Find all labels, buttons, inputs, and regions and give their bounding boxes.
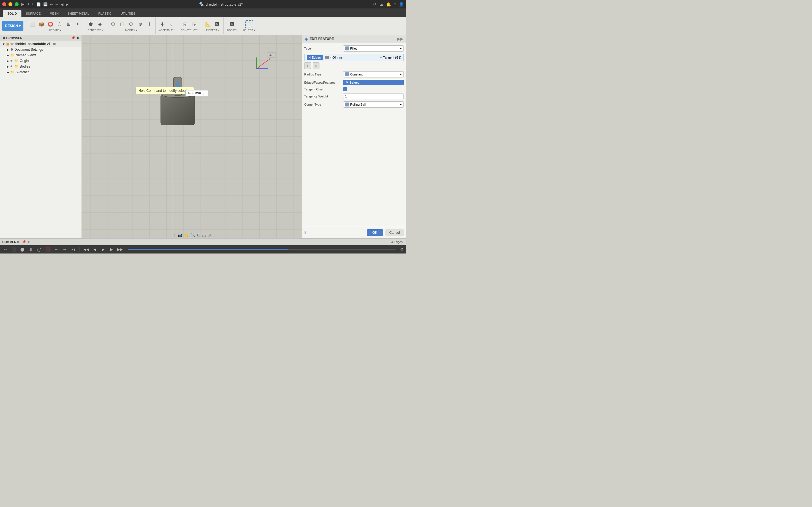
- modify-icon-4[interactable]: ⊕: [136, 20, 144, 28]
- generate-icon-2[interactable]: ◈: [96, 20, 104, 28]
- create-pattern-icon[interactable]: ⊞: [64, 20, 72, 28]
- bottom-tool-sketch[interactable]: ✏: [2, 246, 8, 252]
- bottom-tool-next-frame[interactable]: ▶▶: [117, 246, 123, 252]
- settings-icon[interactable]: ⚙: [400, 247, 404, 251]
- sync-icon[interactable]: ⟳: [373, 2, 377, 6]
- dimension-label[interactable]: 4.00 mm ⋮: [185, 90, 208, 96]
- root-eye-icon[interactable]: 👁: [10, 42, 13, 46]
- edit-panel-collapse[interactable]: ▶▶: [397, 37, 403, 41]
- origin-collapse[interactable]: ▶: [7, 59, 9, 62]
- modify-icon-3[interactable]: ⬡: [127, 20, 135, 28]
- bottom-tool-undo[interactable]: ↩: [53, 246, 59, 252]
- browser-pin-icon[interactable]: 📌: [71, 36, 75, 40]
- cancel-button[interactable]: Cancel: [386, 229, 404, 236]
- viewport-tool-cursor[interactable]: ⊹: [172, 233, 176, 237]
- viewport-tool-pan[interactable]: ✋: [184, 233, 189, 237]
- radius-type-select[interactable]: Constant ▾: [343, 71, 404, 77]
- viewport-tool-zoom[interactable]: 🔍: [191, 233, 195, 237]
- bottom-tool-box[interactable]: ⬛: [11, 246, 17, 252]
- nav-icon-arrow-right[interactable]: ▶: [66, 2, 68, 6]
- tab-plastic[interactable]: PLASTIC: [94, 10, 116, 17]
- modify-label[interactable]: MODIFY ▾: [125, 29, 137, 32]
- viewport[interactable]: Hold Command to modify selection 4.00 mm…: [82, 35, 302, 238]
- browser-item-origin[interactable]: ▶ 👁 📁 Origin: [0, 58, 82, 64]
- construct-label[interactable]: CONSTRUCT ▾: [181, 29, 199, 32]
- assemble-icon-1[interactable]: ⧫: [158, 20, 166, 28]
- viewport-tool-grid[interactable]: ⊞: [207, 233, 211, 237]
- browser-item-named-views[interactable]: ▶ 📁 Named Views: [0, 52, 82, 58]
- generate-icon-1[interactable]: ⬟: [87, 20, 95, 28]
- help-icon[interactable]: ?: [394, 2, 396, 6]
- type-select[interactable]: Fillet ▾: [343, 45, 404, 52]
- browser-expand-icon[interactable]: ▶: [77, 36, 79, 40]
- bottom-tool-prev[interactable]: ◀: [92, 246, 98, 252]
- bottom-tool-component[interactable]: ◯: [36, 246, 42, 252]
- bell-icon[interactable]: 🔔: [386, 2, 391, 6]
- bottom-tool-record[interactable]: ⬛: [45, 246, 51, 252]
- create-star-icon[interactable]: ✦: [73, 20, 82, 28]
- select-button[interactable]: ↖ Select: [343, 80, 404, 85]
- bottom-tool-redo[interactable]: ↪: [61, 246, 68, 252]
- browser-item-doc-settings[interactable]: ▶ ⚙ Document Settings: [0, 47, 82, 52]
- tab-utilities[interactable]: UTILITIES: [116, 10, 140, 17]
- bottom-tool-sphere[interactable]: ⬤: [19, 246, 26, 252]
- create-sketch-icon[interactable]: ⬜: [29, 20, 36, 28]
- create-box-icon[interactable]: 📦: [38, 20, 45, 28]
- timeline-handle[interactable]: [128, 249, 396, 250]
- doc-settings-collapse[interactable]: ▶: [7, 48, 9, 51]
- nav-icon-grid[interactable]: ⋮⋮: [27, 2, 34, 6]
- tangent-chain-checkbox[interactable]: ✓: [343, 87, 347, 91]
- tab-mesh[interactable]: MESH: [45, 10, 63, 17]
- minimize-button[interactable]: [8, 2, 12, 6]
- nav-icon-file[interactable]: 📄: [36, 2, 41, 6]
- root-collapse-icon[interactable]: ▼: [2, 43, 5, 46]
- construct-icon-2[interactable]: ◲: [190, 20, 198, 28]
- dimension-menu-icon[interactable]: ⋮: [202, 91, 206, 95]
- nav-icon-arrow-left[interactable]: ◀: [61, 2, 63, 6]
- add-button[interactable]: +: [304, 62, 311, 69]
- nav-icon-redo[interactable]: ↪: [55, 2, 58, 6]
- insert-label[interactable]: INSERT ▾: [226, 29, 238, 32]
- viewport-tool-camera[interactable]: 📷: [177, 233, 183, 237]
- bodies-collapse[interactable]: ▶: [7, 65, 9, 68]
- insert-icon-1[interactable]: 🖼: [228, 20, 236, 28]
- origin-eye-icon[interactable]: 👁: [10, 59, 13, 62]
- sketches-collapse[interactable]: ▶: [7, 71, 9, 74]
- tab-sheet-metal[interactable]: SHEET METAL: [63, 10, 94, 17]
- tangency-weight-input[interactable]: [343, 94, 404, 99]
- bottom-tool-play[interactable]: ▶: [100, 246, 106, 252]
- bottom-tool-rewind[interactable]: ⏮: [70, 246, 76, 252]
- inspect-label[interactable]: INSPECT ▾: [206, 29, 219, 32]
- root-record-icon[interactable]: ⏺: [53, 42, 56, 46]
- comments-expand-icon[interactable]: ▶: [28, 240, 30, 244]
- bottom-tool-join[interactable]: ⊕: [28, 246, 34, 252]
- browser-collapse-icon[interactable]: ◀: [2, 36, 4, 40]
- nav-icon-save[interactable]: 💾: [43, 2, 48, 6]
- browser-item-bodies[interactable]: ▶ 👁 📁 Bodies: [0, 64, 82, 69]
- corner-type-select[interactable]: Rolling Ball ▾: [343, 101, 404, 108]
- avatar[interactable]: 👤: [399, 2, 404, 6]
- modify-icon-5[interactable]: ✛: [145, 20, 153, 28]
- viewport-tool-view[interactable]: ⊡: [197, 233, 200, 237]
- cloud-icon[interactable]: ☁: [379, 2, 384, 6]
- browser-item-root[interactable]: ▼ ▣ 👁 dreidel instructable v1 ⏺: [0, 41, 82, 47]
- construct-icon-1[interactable]: ◱: [181, 20, 189, 28]
- bottom-tool-prev-frame[interactable]: ◀◀: [83, 246, 89, 252]
- close-button[interactable]: [2, 2, 6, 6]
- create-label[interactable]: CREATE ▾: [49, 29, 61, 32]
- tab-solid[interactable]: SOLID: [3, 10, 21, 17]
- browser-item-sketches[interactable]: ▶ 📁 Sketches: [0, 69, 82, 75]
- inspect-icon-2[interactable]: 🖼: [213, 20, 221, 28]
- comments-pin-icon[interactable]: 📌: [22, 240, 26, 244]
- create-sphere-icon[interactable]: ⭕: [47, 20, 54, 28]
- modify-icon-1[interactable]: ⬠: [109, 20, 117, 28]
- remove-button[interactable]: ✕: [313, 62, 319, 69]
- design-button[interactable]: DESIGN ▾: [2, 21, 23, 31]
- inspect-icon-1[interactable]: 📐: [204, 20, 212, 28]
- select-label[interactable]: SELECT ▾: [243, 29, 255, 32]
- info-icon[interactable]: ℹ: [304, 230, 306, 235]
- bottom-tool-next[interactable]: ▶: [109, 246, 115, 252]
- nav-icon-undo[interactable]: ↩: [50, 2, 53, 6]
- assemble-icon-2[interactable]: ⬦: [167, 20, 175, 28]
- select-icon-1[interactable]: ⬚: [245, 20, 253, 28]
